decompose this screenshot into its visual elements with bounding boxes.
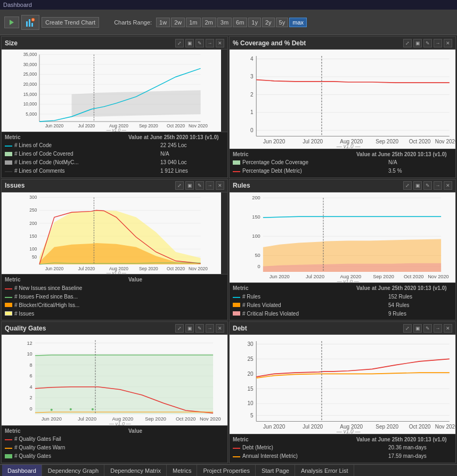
rules-metric-2-color — [233, 311, 240, 316]
size-metric-3-color — [5, 171, 12, 172]
svg-text:8: 8 — [30, 362, 32, 368]
panel-size-header: Size ⤢ ▣ ✎ → ✕ — [2, 37, 227, 50]
qg-metric-2: # Quality Gates — [5, 452, 224, 461]
coverage-metric-1-value: 3.5 % — [388, 168, 452, 174]
title-bar: Dashboard — [0, 0, 457, 10]
range-6m[interactable]: 6m — [233, 18, 247, 27]
svg-text:10: 10 — [27, 351, 32, 357]
qg-close-icon[interactable]: ✕ — [216, 324, 224, 333]
debt-metric-1-color — [233, 456, 240, 457]
range-3m[interactable]: 3m — [217, 18, 232, 27]
rules-metric-2-value: 9 Rules — [388, 311, 452, 317]
issues-arrow-icon[interactable]: → — [206, 181, 214, 190]
svg-text:25,000: 25,000 — [23, 71, 37, 77]
rules-arrow-icon[interactable]: → — [434, 181, 442, 190]
range-2y[interactable]: 2y — [262, 18, 275, 27]
debt-close-icon[interactable]: ✕ — [444, 324, 452, 333]
panel-coverage-header: % Coverage and % Debt ⤢ ▣ ✎ → ✕ — [230, 37, 455, 50]
coverage-metrics-table: Metric Value at June 25th 2020 10:13 (v1… — [230, 149, 455, 178]
debt-metric-1-value: 17.59 man-days — [388, 453, 452, 459]
issues-close-icon[interactable]: ✕ — [216, 181, 224, 190]
svg-text:Nov 2020: Nov 2020 — [435, 424, 455, 430]
svg-rect-3 — [31, 23, 33, 27]
svg-text:200: 200 — [252, 195, 260, 200]
size-expand-icon[interactable]: ⤢ — [175, 39, 184, 47]
svg-text:2: 2 — [250, 92, 254, 98]
issues-edit-icon[interactable]: ✎ — [195, 181, 204, 190]
coverage-metric-0: Percentage Code Coverage N/A — [233, 158, 452, 167]
svg-text:1: 1 — [250, 109, 254, 115]
size-arrow-icon[interactable]: → — [206, 39, 214, 47]
coverage-close-icon[interactable]: ✕ — [444, 39, 452, 47]
svg-text:Jul 2020: Jul 2020 — [78, 123, 95, 128]
svg-text:10,000: 10,000 — [23, 101, 37, 107]
issues-metric-1-color — [5, 297, 12, 298]
coverage-metric-1: Percentage Debt (Metric) 3.5 % — [233, 167, 452, 175]
range-1m[interactable]: 1m — [186, 18, 200, 27]
debt-metric-1: Annual Interest (Metric) 17.59 man-days — [233, 452, 452, 461]
qg-camera-icon[interactable]: ▣ — [185, 324, 194, 333]
range-2w[interactable]: 2w — [171, 18, 185, 27]
debt-arrow-icon[interactable]: → — [434, 324, 442, 333]
size-close-icon[interactable]: ✕ — [216, 39, 224, 47]
range-5y[interactable]: 5y — [276, 18, 289, 27]
svg-text:Jun 2020: Jun 2020 — [270, 274, 290, 279]
svg-text:4: 4 — [30, 384, 32, 390]
issues-metric-3: # Issues — [5, 309, 224, 318]
svg-text:Jun 2020: Jun 2020 — [263, 139, 285, 144]
tab-project-properties[interactable]: Project Properties — [198, 465, 255, 476]
tab-analysis-error-list[interactable]: Analysis Error List — [296, 465, 354, 476]
rules-metrics-table: Metric Value at June 25th 2020 10:13 (v1… — [230, 283, 455, 320]
svg-text:Jul 2020: Jul 2020 — [303, 139, 323, 144]
size-camera-icon[interactable]: ▣ — [185, 39, 194, 47]
issues-camera-icon[interactable]: ▣ — [185, 181, 194, 190]
svg-text:200: 200 — [29, 220, 37, 225]
rules-edit-icon[interactable]: ✎ — [423, 181, 432, 190]
rules-camera-icon[interactable]: ▣ — [413, 181, 422, 190]
coverage-arrow-icon[interactable]: → — [434, 39, 442, 47]
coverage-edit-icon[interactable]: ✎ — [423, 39, 432, 47]
coverage-camera-icon[interactable]: ▣ — [413, 39, 422, 47]
svg-text:6: 6 — [30, 374, 32, 379]
issues-expand-icon[interactable]: ⤢ — [175, 181, 184, 190]
size-metric-1-name: # Lines of Code Covered — [14, 151, 160, 157]
range-1y[interactable]: 1y — [248, 18, 261, 27]
qg-arrow-icon[interactable]: → — [206, 324, 214, 333]
coverage-chart-area: 4 3 2 1 0 Jun 2020 Jul 2020 Aug 2020 — [230, 50, 455, 149]
svg-text:20,000: 20,000 — [23, 82, 37, 87]
svg-text:Oct 2020: Oct 2020 — [176, 417, 196, 422]
qg-metric-col-header: Metric — [5, 428, 128, 434]
play-button[interactable] — [4, 17, 19, 28]
debt-camera-icon[interactable]: ▣ — [413, 324, 422, 333]
rules-close-icon[interactable]: ✕ — [444, 181, 452, 190]
coverage-expand-icon[interactable]: ⤢ — [403, 39, 412, 47]
tab-metrics[interactable]: Metrics — [167, 465, 197, 476]
issues-scrollbar[interactable] — [221, 192, 227, 275]
qg-edit-icon[interactable]: ✎ — [195, 324, 204, 333]
tab-dependency-graph[interactable]: Dependency Graph — [43, 465, 104, 476]
svg-text:300: 300 — [29, 195, 37, 200]
debt-edit-icon[interactable]: ✎ — [423, 324, 432, 333]
create-trend-chart-button[interactable]: Create Trend Chart — [42, 17, 99, 28]
rules-metric-1-color — [233, 303, 240, 307]
rules-value-col-header: Value at June 25th 2020 10:13 (v1.0) — [356, 285, 452, 291]
rules-expand-icon[interactable]: ⤢ — [403, 181, 412, 190]
rules-metric-1-value: 54 Rules — [388, 302, 452, 308]
range-2m[interactable]: 2m — [202, 18, 216, 27]
debt-expand-icon[interactable]: ⤢ — [403, 324, 412, 333]
tab-start-page[interactable]: Start Page — [256, 465, 295, 476]
svg-text:— v1.0 —: — v1.0 — — [336, 429, 361, 434]
panel-rules: Rules ⤢ ▣ ✎ → ✕ 200 150 — [229, 179, 456, 321]
rules-metric-0-value: 152 Rules — [388, 294, 452, 300]
range-max[interactable]: max — [289, 18, 307, 27]
qg-expand-icon[interactable]: ⤢ — [175, 324, 184, 333]
size-edit-icon[interactable]: ✎ — [195, 39, 204, 47]
size-scrollbar[interactable] — [221, 50, 227, 132]
tab-dependency-matrix[interactable]: Dependency Matrix — [105, 465, 167, 476]
chart-icon-button[interactable] — [21, 15, 39, 30]
panel-size-controls: ⤢ ▣ ✎ → ✕ — [175, 39, 224, 47]
rules-metrics-header: Metric Value at June 25th 2020 10:13 (v1… — [233, 285, 452, 291]
range-1w[interactable]: 1w — [156, 18, 170, 27]
main-content: Size ⤢ ▣ ✎ → ✕ — [0, 35, 457, 464]
tab-dashboard[interactable]: Dashboard — [2, 465, 42, 476]
